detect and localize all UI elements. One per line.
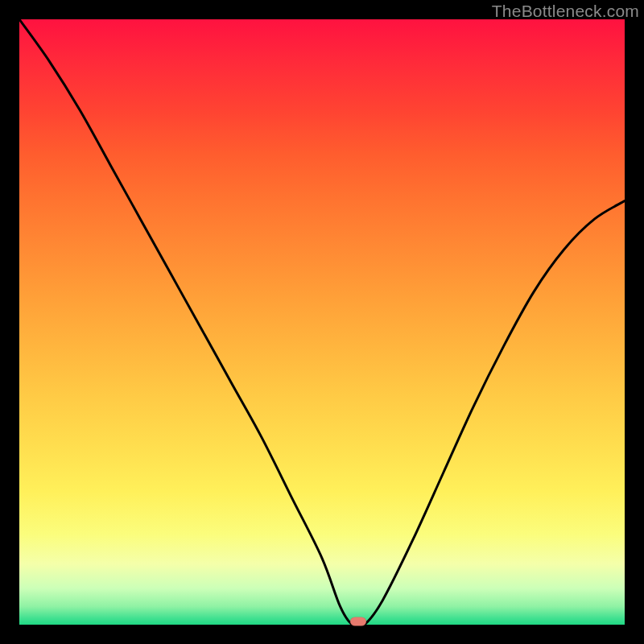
chart-container: TheBottleneck.com xyxy=(0,0,644,644)
optimum-marker xyxy=(350,617,366,626)
bottleneck-curve xyxy=(19,19,625,625)
watermark-text: TheBottleneck.com xyxy=(492,2,639,21)
plot-area xyxy=(19,19,625,625)
curve-path xyxy=(19,19,625,625)
